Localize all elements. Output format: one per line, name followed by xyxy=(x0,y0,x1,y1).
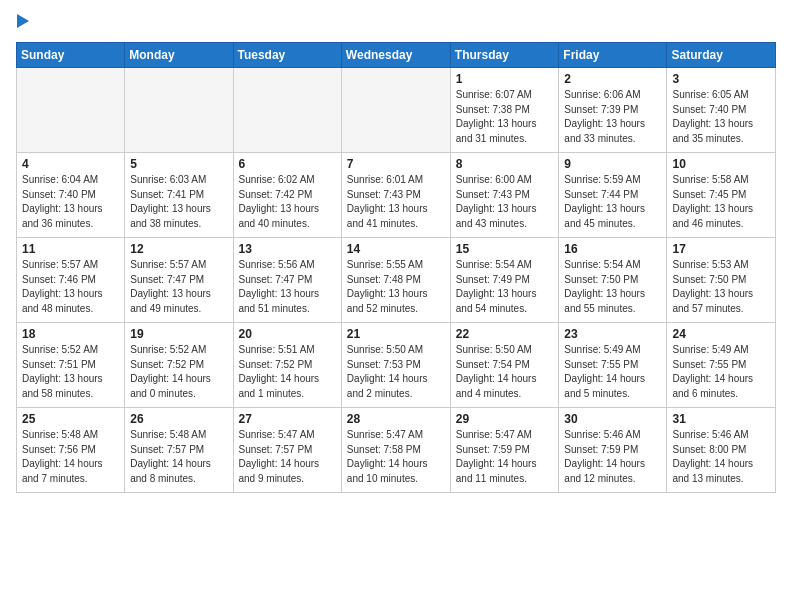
calendar-cell: 8Sunrise: 6:00 AM Sunset: 7:43 PM Daylig… xyxy=(450,153,559,238)
day-info: Sunrise: 5:52 AM Sunset: 7:51 PM Dayligh… xyxy=(22,343,119,401)
calendar-cell: 16Sunrise: 5:54 AM Sunset: 7:50 PM Dayli… xyxy=(559,238,667,323)
day-info: Sunrise: 6:04 AM Sunset: 7:40 PM Dayligh… xyxy=(22,173,119,231)
day-info: Sunrise: 6:07 AM Sunset: 7:38 PM Dayligh… xyxy=(456,88,554,146)
day-number: 27 xyxy=(239,412,336,426)
calendar-week-row: 25Sunrise: 5:48 AM Sunset: 7:56 PM Dayli… xyxy=(17,408,776,493)
day-info: Sunrise: 5:53 AM Sunset: 7:50 PM Dayligh… xyxy=(672,258,770,316)
day-number: 4 xyxy=(22,157,119,171)
day-info: Sunrise: 5:55 AM Sunset: 7:48 PM Dayligh… xyxy=(347,258,445,316)
day-info: Sunrise: 6:06 AM Sunset: 7:39 PM Dayligh… xyxy=(564,88,661,146)
day-info: Sunrise: 5:50 AM Sunset: 7:54 PM Dayligh… xyxy=(456,343,554,401)
day-info: Sunrise: 6:00 AM Sunset: 7:43 PM Dayligh… xyxy=(456,173,554,231)
day-number: 3 xyxy=(672,72,770,86)
calendar-cell: 24Sunrise: 5:49 AM Sunset: 7:55 PM Dayli… xyxy=(667,323,776,408)
day-info: Sunrise: 5:50 AM Sunset: 7:53 PM Dayligh… xyxy=(347,343,445,401)
calendar-cell: 3Sunrise: 6:05 AM Sunset: 7:40 PM Daylig… xyxy=(667,68,776,153)
calendar-cell: 14Sunrise: 5:55 AM Sunset: 7:48 PM Dayli… xyxy=(341,238,450,323)
day-number: 22 xyxy=(456,327,554,341)
day-header-monday: Monday xyxy=(125,43,233,68)
calendar-cell: 5Sunrise: 6:03 AM Sunset: 7:41 PM Daylig… xyxy=(125,153,233,238)
logo xyxy=(16,16,29,30)
calendar-week-row: 11Sunrise: 5:57 AM Sunset: 7:46 PM Dayli… xyxy=(17,238,776,323)
day-header-friday: Friday xyxy=(559,43,667,68)
day-info: Sunrise: 5:46 AM Sunset: 8:00 PM Dayligh… xyxy=(672,428,770,486)
calendar-cell: 19Sunrise: 5:52 AM Sunset: 7:52 PM Dayli… xyxy=(125,323,233,408)
day-number: 11 xyxy=(22,242,119,256)
day-info: Sunrise: 5:52 AM Sunset: 7:52 PM Dayligh… xyxy=(130,343,227,401)
day-info: Sunrise: 5:51 AM Sunset: 7:52 PM Dayligh… xyxy=(239,343,336,401)
calendar-cell: 31Sunrise: 5:46 AM Sunset: 8:00 PM Dayli… xyxy=(667,408,776,493)
day-number: 26 xyxy=(130,412,227,426)
day-number: 14 xyxy=(347,242,445,256)
day-info: Sunrise: 6:02 AM Sunset: 7:42 PM Dayligh… xyxy=(239,173,336,231)
day-info: Sunrise: 6:05 AM Sunset: 7:40 PM Dayligh… xyxy=(672,88,770,146)
calendar-week-row: 1Sunrise: 6:07 AM Sunset: 7:38 PM Daylig… xyxy=(17,68,776,153)
day-header-wednesday: Wednesday xyxy=(341,43,450,68)
logo-arrow-icon xyxy=(17,14,29,28)
calendar-cell: 17Sunrise: 5:53 AM Sunset: 7:50 PM Dayli… xyxy=(667,238,776,323)
calendar-cell xyxy=(233,68,341,153)
day-info: Sunrise: 5:46 AM Sunset: 7:59 PM Dayligh… xyxy=(564,428,661,486)
day-header-saturday: Saturday xyxy=(667,43,776,68)
page-header xyxy=(16,16,776,30)
day-number: 2 xyxy=(564,72,661,86)
day-info: Sunrise: 5:47 AM Sunset: 7:57 PM Dayligh… xyxy=(239,428,336,486)
day-number: 28 xyxy=(347,412,445,426)
day-info: Sunrise: 5:48 AM Sunset: 7:57 PM Dayligh… xyxy=(130,428,227,486)
calendar-cell: 7Sunrise: 6:01 AM Sunset: 7:43 PM Daylig… xyxy=(341,153,450,238)
day-number: 18 xyxy=(22,327,119,341)
day-header-thursday: Thursday xyxy=(450,43,559,68)
calendar-cell: 22Sunrise: 5:50 AM Sunset: 7:54 PM Dayli… xyxy=(450,323,559,408)
day-info: Sunrise: 5:49 AM Sunset: 7:55 PM Dayligh… xyxy=(564,343,661,401)
day-number: 6 xyxy=(239,157,336,171)
calendar-cell: 29Sunrise: 5:47 AM Sunset: 7:59 PM Dayli… xyxy=(450,408,559,493)
day-number: 31 xyxy=(672,412,770,426)
calendar-cell xyxy=(125,68,233,153)
calendar-cell: 18Sunrise: 5:52 AM Sunset: 7:51 PM Dayli… xyxy=(17,323,125,408)
day-number: 15 xyxy=(456,242,554,256)
day-info: Sunrise: 5:54 AM Sunset: 7:50 PM Dayligh… xyxy=(564,258,661,316)
calendar-cell: 13Sunrise: 5:56 AM Sunset: 7:47 PM Dayli… xyxy=(233,238,341,323)
calendar-cell: 4Sunrise: 6:04 AM Sunset: 7:40 PM Daylig… xyxy=(17,153,125,238)
calendar-table: SundayMondayTuesdayWednesdayThursdayFrid… xyxy=(16,42,776,493)
day-info: Sunrise: 5:49 AM Sunset: 7:55 PM Dayligh… xyxy=(672,343,770,401)
day-number: 29 xyxy=(456,412,554,426)
day-number: 5 xyxy=(130,157,227,171)
calendar-cell: 9Sunrise: 5:59 AM Sunset: 7:44 PM Daylig… xyxy=(559,153,667,238)
calendar-cell: 25Sunrise: 5:48 AM Sunset: 7:56 PM Dayli… xyxy=(17,408,125,493)
calendar-cell: 28Sunrise: 5:47 AM Sunset: 7:58 PM Dayli… xyxy=(341,408,450,493)
calendar-week-row: 18Sunrise: 5:52 AM Sunset: 7:51 PM Dayli… xyxy=(17,323,776,408)
calendar-cell: 10Sunrise: 5:58 AM Sunset: 7:45 PM Dayli… xyxy=(667,153,776,238)
calendar-cell: 23Sunrise: 5:49 AM Sunset: 7:55 PM Dayli… xyxy=(559,323,667,408)
day-info: Sunrise: 5:48 AM Sunset: 7:56 PM Dayligh… xyxy=(22,428,119,486)
day-number: 24 xyxy=(672,327,770,341)
calendar-cell: 6Sunrise: 6:02 AM Sunset: 7:42 PM Daylig… xyxy=(233,153,341,238)
calendar-header-row: SundayMondayTuesdayWednesdayThursdayFrid… xyxy=(17,43,776,68)
day-number: 13 xyxy=(239,242,336,256)
calendar-cell: 1Sunrise: 6:07 AM Sunset: 7:38 PM Daylig… xyxy=(450,68,559,153)
day-number: 25 xyxy=(22,412,119,426)
day-info: Sunrise: 5:59 AM Sunset: 7:44 PM Dayligh… xyxy=(564,173,661,231)
day-info: Sunrise: 6:01 AM Sunset: 7:43 PM Dayligh… xyxy=(347,173,445,231)
day-info: Sunrise: 5:58 AM Sunset: 7:45 PM Dayligh… xyxy=(672,173,770,231)
day-number: 17 xyxy=(672,242,770,256)
day-info: Sunrise: 5:57 AM Sunset: 7:47 PM Dayligh… xyxy=(130,258,227,316)
calendar-week-row: 4Sunrise: 6:04 AM Sunset: 7:40 PM Daylig… xyxy=(17,153,776,238)
day-number: 10 xyxy=(672,157,770,171)
day-number: 21 xyxy=(347,327,445,341)
calendar-cell: 27Sunrise: 5:47 AM Sunset: 7:57 PM Dayli… xyxy=(233,408,341,493)
calendar-cell: 11Sunrise: 5:57 AM Sunset: 7:46 PM Dayli… xyxy=(17,238,125,323)
calendar-cell: 21Sunrise: 5:50 AM Sunset: 7:53 PM Dayli… xyxy=(341,323,450,408)
calendar-cell: 12Sunrise: 5:57 AM Sunset: 7:47 PM Dayli… xyxy=(125,238,233,323)
calendar-cell: 2Sunrise: 6:06 AM Sunset: 7:39 PM Daylig… xyxy=(559,68,667,153)
day-number: 23 xyxy=(564,327,661,341)
day-number: 1 xyxy=(456,72,554,86)
day-number: 12 xyxy=(130,242,227,256)
day-number: 19 xyxy=(130,327,227,341)
calendar-cell xyxy=(17,68,125,153)
day-number: 8 xyxy=(456,157,554,171)
day-number: 30 xyxy=(564,412,661,426)
day-info: Sunrise: 5:56 AM Sunset: 7:47 PM Dayligh… xyxy=(239,258,336,316)
day-header-sunday: Sunday xyxy=(17,43,125,68)
day-number: 16 xyxy=(564,242,661,256)
